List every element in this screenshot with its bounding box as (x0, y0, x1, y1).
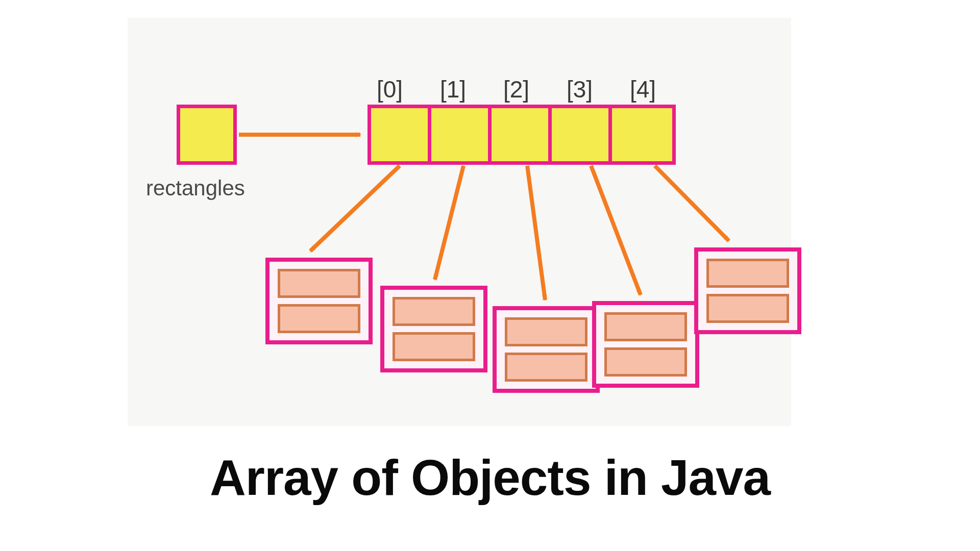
object-field-slot (505, 317, 587, 346)
array-index-label: [0] (377, 76, 403, 103)
object-field-slot (604, 312, 687, 341)
object-box-1 (380, 286, 487, 372)
array-cell-4 (612, 108, 672, 161)
object-box-0 (265, 258, 373, 344)
array-row (368, 105, 676, 165)
object-field-slot (604, 347, 687, 377)
object-field-slot (278, 269, 360, 298)
array-index-label: [3] (567, 76, 593, 103)
diagram-title: Array of Objects in Java (0, 449, 980, 507)
object-field-slot (393, 297, 475, 326)
object-field-slot (505, 353, 587, 382)
array-index-label: [4] (630, 76, 656, 103)
object-box-4 (694, 247, 801, 334)
reference-variable-box (177, 105, 237, 165)
object-field-slot (706, 294, 789, 323)
array-cell-0 (371, 108, 431, 161)
array-cell-2 (492, 108, 552, 161)
object-field-slot (278, 304, 360, 333)
array-cell-3 (552, 108, 612, 161)
array-cell-1 (431, 108, 492, 161)
object-field-slot (706, 259, 789, 288)
array-index-label: [1] (440, 76, 466, 103)
object-box-2 (493, 306, 600, 393)
reference-variable-label: rectangles (146, 176, 245, 201)
array-index-label: [2] (503, 76, 529, 103)
object-box-3 (592, 301, 699, 388)
object-field-slot (393, 332, 475, 361)
